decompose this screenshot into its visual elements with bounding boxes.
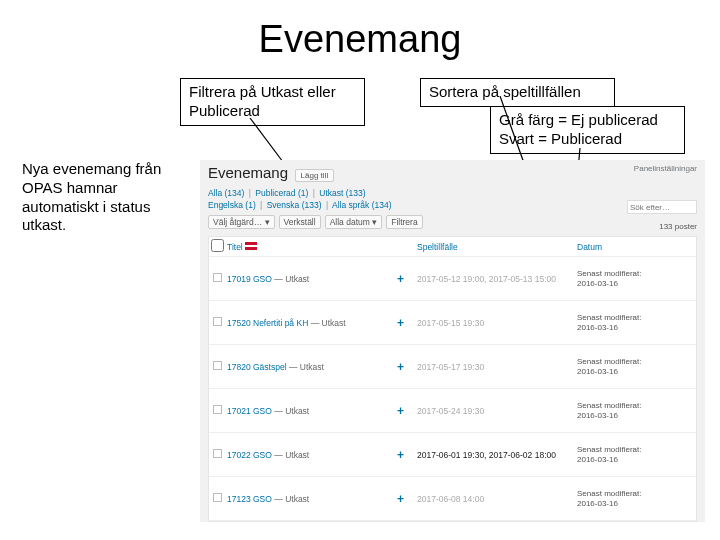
row-speltillfalle: 2017-05-24 19:30: [415, 404, 575, 418]
bulk-toolbar: Välj åtgärd… ▾ Verkställ Alla datum ▾ Fi…: [200, 212, 705, 232]
row-checkbox[interactable]: [213, 273, 222, 282]
expand-icon[interactable]: +: [395, 402, 415, 420]
panel-options-link[interactable]: Panelinställningar: [634, 164, 697, 173]
row-title-link[interactable]: 17520 Nefertiti på KH: [227, 318, 308, 328]
table-row: 17520 Nefertiti på KH — Utkast+2017-05-1…: [209, 301, 696, 345]
page-title: Evenemang: [208, 164, 288, 181]
row-status: — Utkast: [311, 318, 346, 328]
callout-filter: Filtrera på Utkast eller Publicerad: [180, 78, 365, 126]
row-datum: Senast modifierat:2016-03-16: [575, 267, 685, 290]
row-status: — Utkast: [289, 362, 324, 372]
row-datum: Senast modifierat:2016-03-16: [575, 443, 685, 466]
flag-icon: [245, 242, 257, 250]
row-status: — Utkast: [274, 406, 309, 416]
expand-icon[interactable]: +: [395, 446, 415, 464]
filter-alla-link[interactable]: Alla (134): [208, 188, 244, 198]
callout-color: Grå färg = Ej publicerad Svart = Publice…: [490, 106, 685, 154]
row-title-link[interactable]: 17123 GSO: [227, 494, 272, 504]
row-checkbox[interactable]: [213, 493, 222, 502]
table-row: 17022 GSO — Utkast+2017-06-01 19:30, 201…: [209, 433, 696, 477]
select-all-checkbox[interactable]: [211, 239, 224, 252]
row-datum: Senast modifierat:2016-03-16: [575, 399, 685, 422]
table-row: 17021 GSO — Utkast+2017-05-24 19:30Senas…: [209, 389, 696, 433]
filter-button[interactable]: Filtrera: [386, 215, 422, 229]
filter-publicerad-link[interactable]: Publicerad (1): [255, 188, 308, 198]
table-row: 17123 GSO — Utkast+2017-06-08 14:00Senas…: [209, 477, 696, 521]
row-title-link[interactable]: 17021 GSO: [227, 406, 272, 416]
row-datum: Senast modifierat:2016-03-16: [575, 311, 685, 334]
row-status: — Utkast: [274, 494, 309, 504]
add-button[interactable]: Lägg till: [295, 169, 335, 182]
row-title-link[interactable]: 17019 GSO: [227, 274, 272, 284]
filter-allasprak-link[interactable]: Alla språk (134): [332, 200, 392, 210]
row-status: — Utkast: [274, 450, 309, 460]
expand-icon[interactable]: +: [395, 358, 415, 376]
status-filter-row: Alla (134) | Publicerad (1) | Utkast (13…: [200, 188, 705, 200]
col-datum[interactable]: Datum: [575, 240, 685, 254]
row-speltillfalle: 2017-06-01 19:30, 2017-06-02 18:00: [415, 448, 575, 462]
filter-svenska-link[interactable]: Svenska (133): [267, 200, 322, 210]
row-title-link[interactable]: 17022 GSO: [227, 450, 272, 460]
apply-button[interactable]: Verkställ: [279, 215, 321, 229]
post-count: 133 poster: [659, 222, 697, 231]
row-checkbox[interactable]: [213, 405, 222, 414]
expand-icon[interactable]: +: [395, 270, 415, 288]
callout-sort: Sortera på speltillfällen: [420, 78, 615, 107]
table-header: Titel Speltillfälle Datum: [209, 237, 696, 257]
row-title-link[interactable]: 17820 Gästspel: [227, 362, 287, 372]
row-status: — Utkast: [274, 274, 309, 284]
row-checkbox[interactable]: [213, 361, 222, 370]
table-row: 17820 Gästspel — Utkast+2017-05-17 19:30…: [209, 345, 696, 389]
row-datum: Senast modifierat:2016-03-16: [575, 487, 685, 510]
side-note: Nya evenemang från OPAS hamnar automatis…: [22, 160, 187, 235]
filter-engelska-link[interactable]: Engelska (1): [208, 200, 256, 210]
col-titel[interactable]: Titel: [225, 240, 395, 254]
filter-utkast-link[interactable]: Utkast (133): [319, 188, 365, 198]
row-datum: Senast modifierat:2016-03-16: [575, 355, 685, 378]
screenshot-panel: Panelinställningar Evenemang Lägg till A…: [200, 160, 705, 522]
bulk-action-select[interactable]: Välj åtgärd… ▾: [208, 215, 275, 229]
search-input[interactable]: [627, 200, 697, 214]
row-speltillfalle: 2017-05-12 19:00, 2017-05-13 15:00: [415, 272, 575, 286]
row-checkbox[interactable]: [213, 317, 222, 326]
row-speltillfalle: 2017-05-17 19:30: [415, 360, 575, 374]
row-speltillfalle: 2017-05-15 19:30: [415, 316, 575, 330]
col-speltillfalle[interactable]: Speltillfälle: [415, 240, 575, 254]
date-filter-select[interactable]: Alla datum ▾: [325, 215, 383, 229]
expand-icon[interactable]: +: [395, 314, 415, 332]
row-checkbox[interactable]: [213, 449, 222, 458]
slide-title: Evenemang: [0, 18, 720, 61]
row-speltillfalle: 2017-06-08 14:00: [415, 492, 575, 506]
table-row: 17019 GSO — Utkast+2017-05-12 19:00, 201…: [209, 257, 696, 301]
events-table: Titel Speltillfälle Datum 17019 GSO — Ut…: [208, 236, 697, 522]
expand-icon[interactable]: +: [395, 490, 415, 508]
